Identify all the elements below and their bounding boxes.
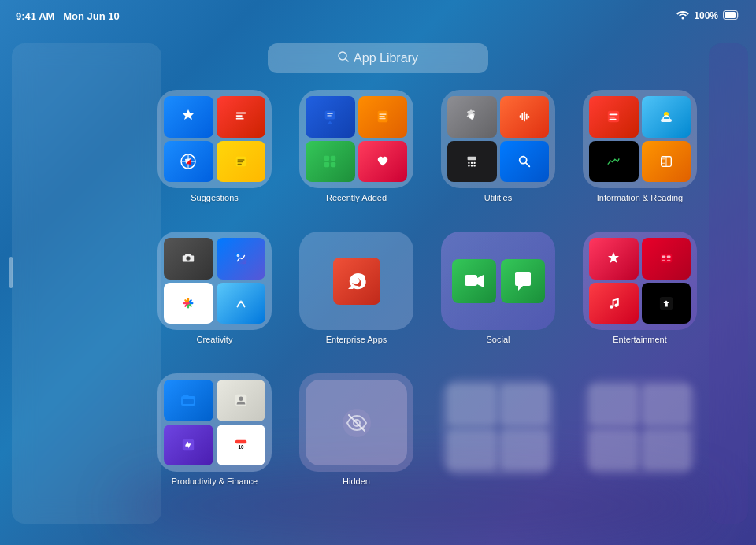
app-icon-contacts [217, 380, 266, 421]
svg-rect-65 [667, 260, 671, 261]
folder-creativity-inner [158, 232, 272, 330]
folder-entertainment-inner [583, 232, 697, 330]
app-grid: Suggestions [154, 85, 724, 491]
svg-marker-18 [328, 121, 332, 124]
folder-info-inner [583, 90, 697, 188]
svg-point-35 [468, 161, 469, 163]
app-icon-calculator [447, 141, 497, 183]
app-icon-messages [501, 259, 545, 303]
svg-rect-14 [237, 159, 244, 160]
hidden-eye-icon [306, 380, 407, 465]
app-icon-keynote [306, 96, 355, 138]
app-icon-calendar: 10 [217, 425, 266, 466]
time-display: 9:41 AM [16, 10, 54, 22]
svg-rect-74 [235, 439, 246, 443]
svg-rect-62 [662, 256, 665, 259]
svg-rect-32 [526, 114, 528, 120]
folder-blurred-1 [437, 369, 559, 491]
app-icon-pages [358, 96, 408, 138]
app-icon-music [589, 283, 639, 324]
svg-rect-25 [324, 156, 329, 161]
app-icon-numbers [306, 141, 355, 183]
folder-info-label: Information & Reading [597, 193, 683, 202]
svg-rect-48 [661, 119, 672, 122]
folder-enterprise[interactable]: Enterprise Apps [295, 227, 417, 349]
svg-rect-6 [235, 115, 242, 117]
svg-rect-7 [235, 118, 243, 120]
app-icon-facetime [452, 259, 496, 303]
folder-suggestions-label: Suggestions [191, 193, 239, 202]
folder-blurred2-inner [583, 378, 697, 476]
wifi-icon [676, 10, 689, 22]
folder-utilities-label: Utilities [484, 193, 512, 202]
svg-point-59 [239, 300, 243, 303]
svg-rect-15 [237, 161, 243, 162]
svg-line-4 [346, 59, 348, 61]
svg-rect-64 [662, 260, 665, 261]
status-time: 9:41 AM Mon Jun 10 [16, 10, 120, 22]
app-icon-magnifier [500, 141, 550, 183]
search-bar[interactable]: App Library [268, 43, 488, 73]
svg-rect-30 [521, 113, 523, 120]
svg-point-36 [471, 161, 472, 163]
folder-hidden[interactable]: Hidden [295, 369, 417, 491]
date-display: Mon Jun 10 [63, 10, 120, 22]
app-icon-shortcuts [164, 425, 213, 466]
svg-text:10: 10 [238, 444, 244, 450]
svg-rect-44 [610, 114, 618, 116]
folder-productivity-inner: 10 [158, 373, 272, 472]
app-icon-freeform [217, 238, 266, 280]
svg-rect-20 [328, 115, 332, 116]
battery-icon [723, 10, 740, 22]
svg-point-40 [474, 165, 476, 166]
svg-rect-24 [379, 118, 385, 119]
app-icon-appstore [164, 96, 213, 138]
folder-blurred-2 [579, 369, 701, 491]
svg-rect-60 [465, 275, 477, 286]
svg-rect-69 [183, 399, 194, 404]
svg-rect-33 [528, 116, 529, 118]
svg-point-57 [236, 254, 239, 258]
folder-entertainment-label: Entertainment [613, 335, 666, 344]
svg-point-39 [471, 165, 472, 166]
folder-hidden-inner [299, 373, 413, 472]
folder-utilities[interactable]: Utilities [437, 85, 559, 207]
folder-enterprise-inner [299, 232, 413, 330]
app-icon-reading [642, 141, 691, 183]
folder-recently-added[interactable]: Recently Added [295, 85, 417, 207]
folder-utilities-inner [441, 90, 555, 188]
svg-rect-52 [662, 161, 665, 161]
app-icon-photos [164, 283, 213, 324]
folder-entertainment[interactable]: Entertainment [579, 227, 701, 349]
app-icon-safari [164, 141, 213, 183]
folder-info-reading[interactable]: Information & Reading [579, 85, 701, 207]
svg-rect-23 [379, 116, 384, 117]
folder-productivity-label: Productivity & Finance [172, 476, 258, 486]
svg-rect-46 [610, 119, 617, 120]
folder-productivity[interactable]: 10 Productivity & Finance [154, 369, 276, 491]
svg-rect-51 [662, 158, 665, 159]
app-icon-files [164, 380, 213, 421]
svg-rect-26 [331, 156, 335, 161]
folder-creativity-label: Creativity [197, 335, 233, 344]
search-placeholder: App Library [354, 51, 418, 65]
app-icon-health [358, 141, 408, 183]
folder-recently-inner [299, 90, 413, 188]
folder-recently-label: Recently Added [326, 193, 387, 202]
folder-suggestions[interactable]: Suggestions [154, 85, 276, 207]
svg-rect-22 [379, 114, 386, 115]
folder-hidden-label: Hidden [343, 476, 370, 486]
folder-creativity[interactable]: Creativity [154, 227, 276, 349]
sidebar-handle [9, 257, 13, 288]
app-icon-notes [217, 141, 266, 183]
app-icon-sound-analysis [500, 96, 550, 138]
folder-social[interactable]: Social [437, 227, 559, 349]
svg-point-0 [682, 17, 684, 19]
svg-rect-5 [235, 113, 246, 114]
svg-rect-28 [331, 162, 335, 167]
status-bar: 9:41 AM Mon Jun 10 100% [0, 0, 756, 32]
svg-rect-27 [324, 162, 329, 167]
folder-blurred1-inner [441, 378, 555, 476]
app-icon-swift [333, 258, 380, 305]
app-icon-reelgood [589, 238, 639, 280]
